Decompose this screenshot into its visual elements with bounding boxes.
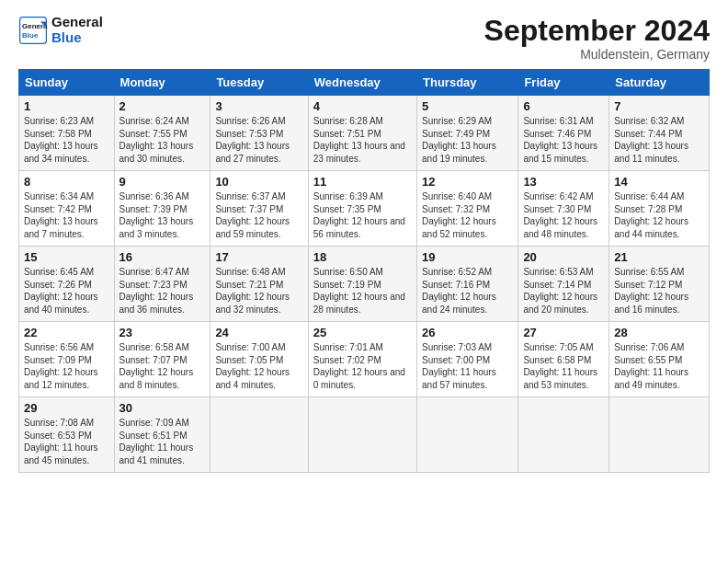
calendar-cell: 1Sunrise: 6:23 AMSunset: 7:58 PMDaylight… — [19, 96, 115, 171]
day-number: 16 — [119, 250, 206, 264]
day-number: 26 — [422, 326, 513, 339]
logo-line1: General — [51, 15, 103, 30]
calendar-cell: 18Sunrise: 6:50 AMSunset: 7:19 PMDayligh… — [308, 247, 416, 322]
calendar-cell: 2Sunrise: 6:24 AMSunset: 7:55 PMDaylight… — [114, 96, 210, 171]
day-number: 27 — [523, 326, 604, 339]
cell-info: Sunrise: 6:28 AMSunset: 7:51 PMDaylight:… — [313, 115, 412, 165]
calendar-cell: 26Sunrise: 7:03 AMSunset: 7:00 PMDayligh… — [417, 322, 518, 397]
day-number: 2 — [119, 99, 206, 113]
cell-info: Sunrise: 6:55 AMSunset: 7:12 PMDaylight:… — [614, 266, 704, 316]
day-number: 12 — [422, 175, 513, 189]
day-number: 8 — [24, 175, 109, 189]
cell-info: Sunrise: 6:47 AMSunset: 7:23 PMDaylight:… — [119, 266, 206, 316]
cell-info: Sunrise: 6:40 AMSunset: 7:32 PMDaylight:… — [422, 190, 513, 240]
header: General Blue General Blue September 2024… — [18, 15, 710, 62]
cell-info: Sunrise: 6:52 AMSunset: 7:16 PMDaylight:… — [422, 266, 513, 316]
header-cell-tuesday: Tuesday — [210, 70, 308, 96]
calendar-cell: 20Sunrise: 6:53 AMSunset: 7:14 PMDayligh… — [518, 247, 609, 322]
calendar-cell — [308, 397, 416, 473]
calendar-week-row: 22Sunrise: 6:56 AMSunset: 7:09 PMDayligh… — [19, 322, 710, 397]
calendar-cell: 21Sunrise: 6:55 AMSunset: 7:12 PMDayligh… — [609, 247, 710, 322]
cell-info: Sunrise: 7:03 AMSunset: 7:00 PMDaylight:… — [422, 341, 513, 391]
calendar-cell — [518, 397, 609, 473]
cell-info: Sunrise: 6:45 AMSunset: 7:26 PMDaylight:… — [24, 266, 109, 316]
day-number: 22 — [24, 326, 109, 339]
cell-info: Sunrise: 6:56 AMSunset: 7:09 PMDaylight:… — [24, 341, 109, 391]
day-number: 18 — [313, 250, 412, 264]
day-number: 14 — [614, 175, 704, 189]
cell-info: Sunrise: 7:08 AMSunset: 6:53 PMDaylight:… — [24, 417, 109, 466]
day-number: 29 — [24, 401, 109, 415]
day-number: 19 — [422, 250, 513, 264]
calendar-cell: 30Sunrise: 7:09 AMSunset: 6:51 PMDayligh… — [114, 397, 210, 473]
day-number: 20 — [523, 250, 604, 264]
calendar-cell: 7Sunrise: 6:32 AMSunset: 7:44 PMDaylight… — [609, 96, 710, 171]
day-number: 10 — [215, 175, 302, 189]
day-number: 25 — [313, 326, 412, 339]
logo-icon: General Blue — [18, 16, 48, 45]
cell-info: Sunrise: 6:42 AMSunset: 7:30 PMDaylight:… — [523, 190, 604, 240]
location: Muldenstein, Germany — [484, 47, 710, 62]
calendar-cell: 17Sunrise: 6:48 AMSunset: 7:21 PMDayligh… — [210, 247, 308, 322]
day-number: 24 — [215, 326, 302, 339]
day-number: 17 — [215, 250, 302, 264]
cell-info: Sunrise: 7:01 AMSunset: 7:02 PMDaylight:… — [313, 341, 412, 391]
svg-text:Blue: Blue — [22, 31, 39, 40]
cell-info: Sunrise: 7:05 AMSunset: 6:58 PMDaylight:… — [523, 341, 604, 391]
header-cell-thursday: Thursday — [417, 70, 518, 96]
calendar-header-row: SundayMondayTuesdayWednesdayThursdayFrid… — [19, 70, 710, 96]
cell-info: Sunrise: 6:29 AMSunset: 7:49 PMDaylight:… — [422, 115, 513, 165]
cell-info: Sunrise: 6:32 AMSunset: 7:44 PMDaylight:… — [614, 115, 704, 165]
header-cell-monday: Monday — [114, 70, 210, 96]
day-number: 1 — [24, 99, 109, 113]
calendar-week-row: 8Sunrise: 6:34 AMSunset: 7:42 PMDaylight… — [19, 171, 710, 247]
header-cell-wednesday: Wednesday — [308, 70, 416, 96]
cell-info: Sunrise: 6:48 AMSunset: 7:21 PMDaylight:… — [215, 266, 302, 316]
day-number: 7 — [614, 99, 704, 113]
cell-info: Sunrise: 7:09 AMSunset: 6:51 PMDaylight:… — [119, 417, 206, 466]
page: General Blue General Blue September 2024… — [0, 0, 728, 563]
day-number: 13 — [523, 175, 604, 189]
cell-info: Sunrise: 6:44 AMSunset: 7:28 PMDaylight:… — [614, 190, 704, 240]
calendar-cell — [609, 397, 710, 473]
calendar-cell — [210, 397, 308, 473]
calendar-cell: 6Sunrise: 6:31 AMSunset: 7:46 PMDaylight… — [518, 96, 609, 171]
calendar-cell: 3Sunrise: 6:26 AMSunset: 7:53 PMDaylight… — [210, 96, 308, 171]
header-cell-sunday: Sunday — [19, 70, 115, 96]
header-cell-saturday: Saturday — [609, 70, 710, 96]
calendar-cell: 16Sunrise: 6:47 AMSunset: 7:23 PMDayligh… — [114, 247, 210, 322]
cell-info: Sunrise: 6:36 AMSunset: 7:39 PMDaylight:… — [119, 190, 206, 240]
cell-info: Sunrise: 6:37 AMSunset: 7:37 PMDaylight:… — [215, 190, 302, 240]
calendar-cell: 14Sunrise: 6:44 AMSunset: 7:28 PMDayligh… — [609, 171, 710, 247]
cell-info: Sunrise: 6:26 AMSunset: 7:53 PMDaylight:… — [215, 115, 302, 165]
cell-info: Sunrise: 6:23 AMSunset: 7:58 PMDaylight:… — [24, 115, 109, 165]
calendar-cell: 25Sunrise: 7:01 AMSunset: 7:02 PMDayligh… — [308, 322, 416, 397]
calendar-cell: 23Sunrise: 6:58 AMSunset: 7:07 PMDayligh… — [114, 322, 210, 397]
calendar-cell: 22Sunrise: 6:56 AMSunset: 7:09 PMDayligh… — [19, 322, 115, 397]
calendar-table: SundayMondayTuesdayWednesdayThursdayFrid… — [18, 69, 710, 473]
calendar-cell: 10Sunrise: 6:37 AMSunset: 7:37 PMDayligh… — [210, 171, 308, 247]
cell-info: Sunrise: 6:58 AMSunset: 7:07 PMDaylight:… — [119, 341, 206, 391]
calendar-cell: 28Sunrise: 7:06 AMSunset: 6:55 PMDayligh… — [609, 322, 710, 397]
calendar-cell: 4Sunrise: 6:28 AMSunset: 7:51 PMDaylight… — [308, 96, 416, 171]
day-number: 4 — [313, 99, 412, 113]
day-number: 23 — [119, 326, 206, 339]
title-block: September 2024 Muldenstein, Germany — [484, 15, 710, 62]
day-number: 6 — [523, 99, 604, 113]
calendar-cell: 29Sunrise: 7:08 AMSunset: 6:53 PMDayligh… — [19, 397, 115, 473]
day-number: 28 — [614, 326, 704, 339]
day-number: 5 — [422, 99, 513, 113]
cell-info: Sunrise: 6:39 AMSunset: 7:35 PMDaylight:… — [313, 190, 412, 240]
calendar-cell: 9Sunrise: 6:36 AMSunset: 7:39 PMDaylight… — [114, 171, 210, 247]
calendar-cell: 24Sunrise: 7:00 AMSunset: 7:05 PMDayligh… — [210, 322, 308, 397]
day-number: 15 — [24, 250, 109, 264]
calendar-cell — [417, 397, 518, 473]
calendar-cell: 15Sunrise: 6:45 AMSunset: 7:26 PMDayligh… — [19, 247, 115, 322]
calendar-cell: 5Sunrise: 6:29 AMSunset: 7:49 PMDaylight… — [417, 96, 518, 171]
calendar-cell: 19Sunrise: 6:52 AMSunset: 7:16 PMDayligh… — [417, 247, 518, 322]
cell-info: Sunrise: 6:53 AMSunset: 7:14 PMDaylight:… — [523, 266, 604, 316]
cell-info: Sunrise: 7:06 AMSunset: 6:55 PMDaylight:… — [614, 341, 704, 391]
day-number: 3 — [215, 99, 302, 113]
logo-line2: Blue — [51, 30, 103, 46]
cell-info: Sunrise: 6:31 AMSunset: 7:46 PMDaylight:… — [523, 115, 604, 165]
